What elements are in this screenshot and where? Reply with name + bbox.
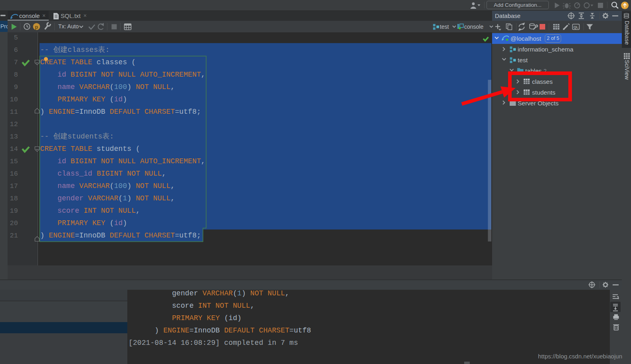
svg-text:p: p (35, 24, 38, 30)
svg-text:QL: QL (574, 25, 578, 29)
